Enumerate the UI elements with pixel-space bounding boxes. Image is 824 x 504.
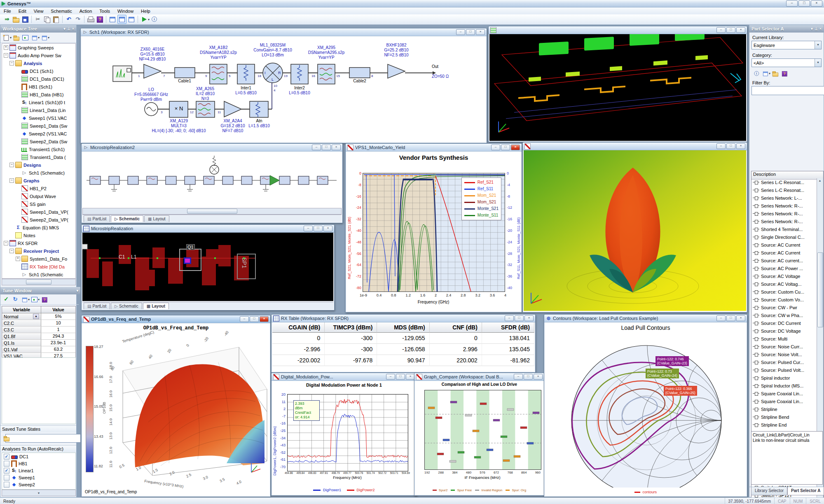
analysis-item[interactable]: Linear1 [2, 467, 75, 474]
tree-item[interactable]: Output Wave [2, 192, 75, 200]
tree-item[interactable]: Sch1 (Schematic) [2, 169, 75, 177]
part-list-item[interactable]: Shorted 4 Terminal... [751, 225, 817, 233]
tree-item[interactable]: Linear1 (Sch1)(0 t [2, 98, 75, 106]
minimize-button[interactable]: – [491, 145, 500, 150]
close-button[interactable]: × [332, 145, 341, 150]
import-icon[interactable]: ⇒ [3, 15, 11, 23]
tune-value-cell[interactable]: 5% [41, 313, 75, 320]
part-list-item[interactable]: Source: Noise Volt... [751, 350, 817, 358]
dropdown-arrow-icon[interactable]: ▾ [815, 59, 821, 67]
restore-button[interactable]: □ [726, 27, 735, 33]
restore-button[interactable]: □ [396, 374, 405, 380]
about-icon[interactable] [150, 15, 158, 23]
tree-item[interactable]: Sch1 (Schematic [2, 271, 75, 278]
tree-item[interactable]: Receiver Project [2, 247, 75, 255]
part-selector-header[interactable]: Part Selector A ▾⊥× [749, 25, 824, 33]
tree-hscrollbar[interactable] [2, 279, 76, 285]
digmod-titlebar[interactable]: Digital_Modulation_Pow... – □ × [272, 373, 417, 381]
view-windows-icon[interactable] [31, 34, 37, 40]
dropdown-arrow-icon[interactable]: ▾ [33, 314, 39, 319]
library-combobox[interactable]: Eagleware ▾ [751, 41, 822, 49]
tune-value-cell[interactable]: 294.3 [41, 333, 75, 339]
tree-item[interactable]: Graphs [2, 177, 75, 184]
tree-item[interactable]: SS gain [2, 200, 75, 208]
minimize-button[interactable]: – [456, 29, 465, 35]
analysis-item[interactable]: HB1 [2, 460, 75, 467]
part-list-item[interactable]: Stripline [751, 405, 817, 413]
menu-item[interactable]: File [0, 8, 15, 14]
analysis-item[interactable]: DC1 [2, 453, 75, 460]
close-button[interactable]: × [323, 226, 332, 231]
tune-value-cell[interactable]: 10 [41, 320, 75, 326]
tree-item[interactable]: Sweep2_Data (Sw [2, 138, 75, 145]
tune-state-input[interactable] [5, 434, 81, 443]
pin-icon[interactable]: ⊥ [67, 27, 70, 31]
run-analysis-icon[interactable] [140, 15, 148, 23]
part-list-item[interactable]: Source: Multi [751, 335, 817, 343]
part-list-item[interactable]: Series Network: L-... [751, 194, 817, 202]
tune-row[interactable]: C2.C▾ 10 [2, 320, 75, 327]
checkbox-icon[interactable] [4, 468, 9, 474]
apply-tune-icon[interactable]: ✓ [2, 296, 10, 303]
tree-item[interactable]: DC1 (Sch1) [2, 67, 75, 75]
tune-variable-cell[interactable]: Q1.Is▾ [2, 340, 41, 346]
tune-value-cell[interactable]: 1 [41, 327, 75, 333]
app-titlebar[interactable]: Genesys™ – □ × [0, 0, 824, 7]
contours-titlebar[interactable]: ◎ Contours (Workspace: Load Pull Contour… [544, 315, 747, 322]
part-list-item[interactable]: Source: DC Voltage [751, 327, 817, 335]
app-close-button[interactable]: × [811, 0, 822, 7]
cut-icon[interactable]: ✂ [34, 15, 42, 23]
checkbox-icon[interactable] [4, 475, 9, 481]
menu-item[interactable]: Action [76, 8, 96, 14]
checkbox-icon[interactable] [4, 454, 9, 460]
part-list-item[interactable]: Source: DC Current [751, 319, 817, 327]
redo-icon[interactable]: ↷ [74, 15, 82, 23]
scroll-up-icon[interactable]: ▲ [817, 178, 822, 183]
menu-item[interactable]: View [30, 8, 47, 14]
tree-item[interactable]: Notes [2, 231, 75, 239]
tab-layout[interactable]: ▦Layout [143, 303, 169, 309]
tree-expander-icon[interactable] [9, 178, 14, 183]
restore-button[interactable]: □ [322, 145, 331, 150]
part-list-item[interactable]: Source: Noise Curr... [751, 343, 817, 350]
close-button[interactable]: × [476, 29, 485, 35]
part-list-item[interactable]: Series Network: R-... [751, 210, 817, 217]
category-combobox[interactable]: <All> ▾ [751, 58, 822, 67]
tune-variable-cell[interactable]: Q1.Vaf▾ [2, 346, 41, 352]
close-icon[interactable]: × [819, 27, 822, 31]
part-list-item[interactable]: Source: AC Voltag... [751, 280, 817, 288]
tree-item[interactable]: Transient1_Data ( [2, 153, 75, 161]
restore-button[interactable]: □ [250, 316, 259, 322]
tune-variable-cell[interactable]: C2.C▾ [2, 320, 41, 326]
view-designs-icon[interactable] [41, 34, 47, 40]
tree-item[interactable]: RX SFDR [2, 239, 75, 247]
tune-chart-icon[interactable] [30, 296, 38, 303]
properties-icon[interactable] [21, 34, 29, 41]
tree-item[interactable]: Sweep1_Data (Sw [2, 122, 75, 130]
menu-item[interactable]: Help [137, 8, 154, 14]
tree-item[interactable]: RX Table [Old Da [2, 263, 75, 271]
tune-window-header[interactable]: Tune Window ▾ [0, 287, 80, 294]
tree-expander-icon[interactable] [9, 163, 14, 167]
window-tile-vertical-icon[interactable] [117, 15, 126, 24]
part-list-item[interactable]: Source: AC current... [751, 257, 817, 264]
tune-value-cell[interactable]: 23.9e-1 [41, 340, 75, 346]
menu-item[interactable]: Edit [15, 8, 30, 14]
op1db-titlebar[interactable]: OP1dB_vs_Freq_and_Temp – □ × [82, 315, 270, 323]
close-button[interactable]: × [736, 315, 745, 321]
sch1-canvas[interactable]: ZX60_4016EG=15.6 dB10NF=4.29 dB10 Cable1… [82, 36, 486, 142]
minimize-button[interactable]: – [386, 374, 395, 380]
tune-variable-cell[interactable]: Normal▾ [2, 313, 41, 320]
part-list-item[interactable]: Series L-C Resonat... [751, 178, 817, 186]
tree-expander-icon[interactable] [4, 53, 8, 58]
analyses-scrollbar[interactable]: ▼ [2, 490, 76, 496]
tune-row[interactable]: Q1.Bf▾ 294.3 [2, 333, 75, 340]
open-icon[interactable] [12, 15, 20, 23]
part-list-item[interactable]: Stripline End [751, 421, 817, 429]
minimize-button[interactable]: – [716, 143, 726, 149]
save-icon[interactable] [21, 15, 29, 23]
app-minimize-button[interactable]: – [786, 0, 798, 7]
tree-expander-icon[interactable] [9, 249, 14, 253]
part-list-item[interactable]: Single Directional C... [751, 233, 817, 241]
part-list-item[interactable]: Series L-C Resonat... [751, 186, 817, 194]
